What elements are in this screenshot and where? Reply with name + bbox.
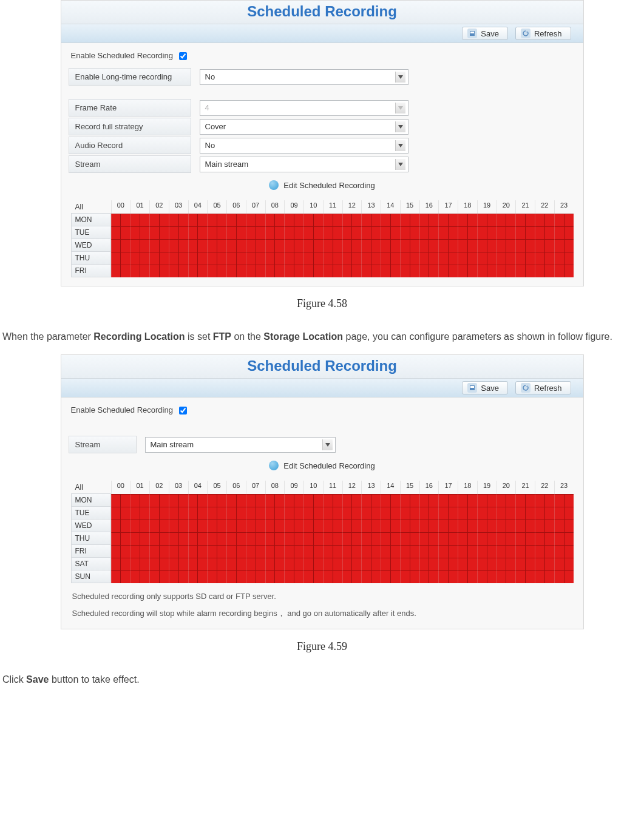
- schedule-cell[interactable]: [159, 507, 169, 519]
- schedule-cell[interactable]: [564, 570, 574, 583]
- schedule-cell[interactable]: [236, 252, 246, 265]
- schedule-cell[interactable]: [197, 558, 207, 570]
- edit-schedule-link[interactable]: Edit Scheduled Recording: [69, 455, 576, 476]
- schedule-cell[interactable]: [410, 252, 419, 265]
- schedule-cell[interactable]: [256, 558, 265, 570]
- schedule-cell[interactable]: [197, 570, 207, 583]
- schedule-cell[interactable]: [467, 507, 477, 519]
- schedule-cell[interactable]: [333, 558, 342, 570]
- schedule-cell[interactable]: [515, 226, 525, 239]
- schedule-cell[interactable]: [525, 494, 535, 507]
- select-longtime[interactable]: No: [200, 69, 408, 85]
- schedule-cell[interactable]: [323, 532, 333, 545]
- schedule-cell[interactable]: [371, 239, 381, 252]
- schedule-cell[interactable]: [554, 558, 564, 570]
- schedule-cell[interactable]: [497, 507, 506, 519]
- schedule-cell[interactable]: [149, 507, 159, 519]
- schedule-cell[interactable]: [159, 558, 169, 570]
- schedule-cell[interactable]: [130, 252, 140, 265]
- schedule-cell[interactable]: [381, 252, 390, 265]
- schedule-cell[interactable]: [497, 226, 506, 239]
- day-label[interactable]: FRI: [71, 264, 111, 277]
- schedule-cell[interactable]: [381, 265, 390, 277]
- schedule-cell[interactable]: [535, 558, 544, 570]
- schedule-cell[interactable]: [217, 545, 226, 558]
- schedule-cell[interactable]: [544, 507, 554, 519]
- schedule-cell[interactable]: [265, 214, 275, 226]
- schedule-cell[interactable]: [226, 252, 236, 265]
- schedule-cell[interactable]: [564, 265, 574, 277]
- schedule-cell[interactable]: [390, 558, 400, 570]
- schedule-cell[interactable]: [371, 507, 381, 519]
- schedule-cell[interactable]: [159, 532, 169, 545]
- schedule-cell[interactable]: [333, 532, 342, 545]
- select-fullstrategy[interactable]: Cover: [200, 119, 408, 135]
- schedule-cell[interactable]: [188, 570, 198, 583]
- schedule-cell[interactable]: [535, 507, 544, 519]
- schedule-cell[interactable]: [342, 507, 352, 519]
- schedule-cell[interactable]: [429, 214, 438, 226]
- schedule-cell[interactable]: [458, 239, 467, 252]
- schedule-cell[interactable]: [159, 226, 169, 239]
- schedule-cell[interactable]: [236, 558, 246, 570]
- schedule-cell[interactable]: [303, 532, 313, 545]
- schedule-cell[interactable]: [284, 545, 294, 558]
- schedule-cell[interactable]: [256, 532, 265, 545]
- schedule-cell[interactable]: [410, 519, 419, 532]
- schedule-cell[interactable]: [178, 558, 188, 570]
- schedule-cell[interactable]: [256, 570, 265, 583]
- day-label[interactable]: THU: [71, 251, 111, 265]
- schedule-cell[interactable]: [506, 214, 515, 226]
- schedule-cell[interactable]: [217, 558, 226, 570]
- schedule-cell[interactable]: [487, 558, 497, 570]
- schedule-cell[interactable]: [438, 214, 448, 226]
- schedule-cell[interactable]: [111, 226, 121, 239]
- schedule-cell[interactable]: [429, 252, 438, 265]
- schedule-cell[interactable]: [410, 239, 419, 252]
- schedule-cell[interactable]: [313, 570, 323, 583]
- edit-schedule-link[interactable]: Edit Scheduled Recording: [69, 174, 576, 195]
- schedule-cell[interactable]: [265, 494, 275, 507]
- schedule-cell[interactable]: [361, 545, 371, 558]
- schedule-cell[interactable]: [236, 570, 246, 583]
- schedule-cell[interactable]: [333, 519, 342, 532]
- schedule-cell[interactable]: [419, 519, 429, 532]
- schedule-cell[interactable]: [429, 239, 438, 252]
- schedule-cell[interactable]: [554, 507, 564, 519]
- schedule-cell[interactable]: [226, 226, 236, 239]
- schedule-cell[interactable]: [448, 265, 458, 277]
- enable-scheduled-checkbox[interactable]: [179, 407, 187, 414]
- schedule-cell[interactable]: [236, 265, 246, 277]
- schedule-cell[interactable]: [390, 545, 400, 558]
- schedule-cell[interactable]: [477, 226, 487, 239]
- schedule-cell[interactable]: [487, 532, 497, 545]
- schedule-cell[interactable]: [361, 214, 371, 226]
- schedule-cell[interactable]: [477, 519, 487, 532]
- schedule-cell[interactable]: [303, 239, 313, 252]
- schedule-cell[interactable]: [381, 519, 390, 532]
- all-header[interactable]: All: [71, 481, 111, 494]
- schedule-cell[interactable]: [323, 519, 333, 532]
- schedule-cell[interactable]: [477, 532, 487, 545]
- schedule-cell[interactable]: [544, 558, 554, 570]
- schedule-cell[interactable]: [467, 558, 477, 570]
- schedule-cell[interactable]: [400, 214, 410, 226]
- schedule-cell[interactable]: [371, 226, 381, 239]
- schedule-cell[interactable]: [554, 532, 564, 545]
- schedule-cell[interactable]: [400, 519, 410, 532]
- schedule-cell[interactable]: [265, 545, 275, 558]
- schedule-cell[interactable]: [130, 226, 140, 239]
- schedule-cell[interactable]: [525, 252, 535, 265]
- schedule-cell[interactable]: [188, 226, 198, 239]
- schedule-cell[interactable]: [188, 239, 198, 252]
- schedule-cell[interactable]: [188, 265, 198, 277]
- schedule-cell[interactable]: [467, 214, 477, 226]
- schedule-cell[interactable]: [323, 252, 333, 265]
- schedule-cell[interactable]: [197, 214, 207, 226]
- schedule-cell[interactable]: [525, 570, 535, 583]
- schedule-cell[interactable]: [217, 507, 226, 519]
- schedule-cell[interactable]: [506, 252, 515, 265]
- schedule-cell[interactable]: [506, 570, 515, 583]
- schedule-cell[interactable]: [390, 252, 400, 265]
- schedule-cell[interactable]: [438, 252, 448, 265]
